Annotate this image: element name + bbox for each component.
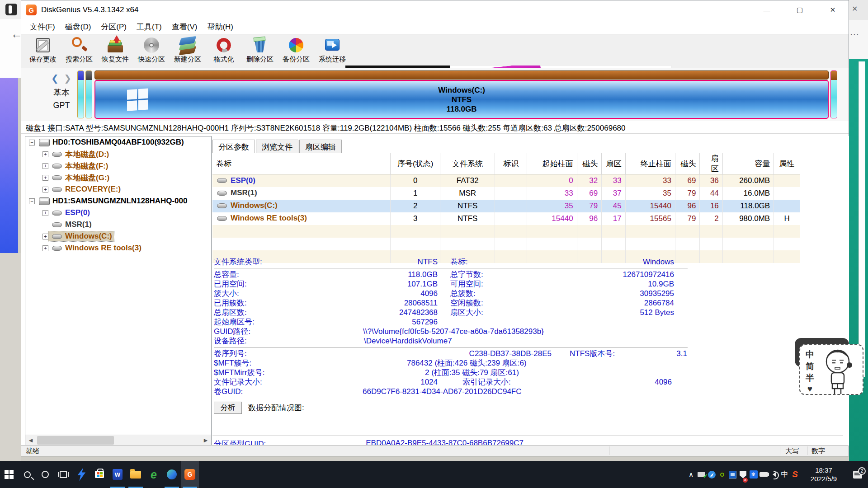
table-row-msr[interactable]: MSR(1) 1MSR 336937 357944 16.0MB [212,187,800,200]
tree-item-windows-c[interactable]: + Windows(C:) [25,230,211,242]
taskbar-app-diskgenius[interactable]: G [181,461,199,488]
windows-c-partition-bar[interactable]: Windows(C:) NTFS 118.0GB [94,80,829,119]
collapse-icon[interactable]: − [29,198,35,204]
menu-tools[interactable]: 工具(T) [132,20,167,34]
tray-volume-icon[interactable] [769,461,779,488]
format-button[interactable]: 格式化 [206,36,242,67]
new-partition-button[interactable]: 新建分区 [170,36,206,67]
scrollbar-thumb[interactable] [37,436,114,445]
cluster-size-value: 4096 [288,289,438,298]
system-tray: ∧ ✔ ✕ ❄ 中 S 18:37 2022/5/9 2 [686,461,868,488]
tree-item-hd1[interactable]: − HD1:SAMSUNGMZNLN128HAHQ-000 [25,195,211,207]
tree-horizontal-scrollbar[interactable]: ◀ ▶ [25,435,211,446]
col-flag: 标识 [495,153,527,174]
partition-icon [52,187,62,192]
action-center-button[interactable]: 2 [847,461,868,488]
tree-item-esp[interactable]: + ESP(0) [25,207,211,219]
taskbar-app-store[interactable] [90,461,108,488]
taskbar-app-edge[interactable] [163,461,181,488]
taskbar-app-explorer[interactable] [127,461,145,488]
format-icon [215,36,233,54]
tray-security-shield-icon[interactable]: ✕ [738,461,748,488]
minimize-button[interactable]: — [754,0,780,19]
tab-browse-files[interactable]: 浏览文件 [256,140,298,155]
tree-item-local-g[interactable]: + 本地磁盘(G:) [25,172,211,183]
expand-icon[interactable]: + [42,210,48,216]
taskbar-clock[interactable]: 18:37 2022/5/9 [803,466,844,483]
quick-partition-button[interactable]: 快速分区 [133,36,170,67]
delete-partition-icon [251,36,269,54]
scroll-left-icon[interactable]: ◀ [25,435,36,446]
total-clusters-value: 30935295 [545,289,674,298]
expand-icon[interactable]: + [42,234,48,239]
tree-item-windows-re[interactable]: + Windows RE tools(3) [25,242,211,254]
tab-partition-params[interactable]: 分区参数 [212,140,255,155]
analyze-button[interactable]: 分析 [214,402,242,414]
backup-partition-icon [287,36,305,54]
recovery-partition-bar[interactable] [830,70,837,118]
menu-disk[interactable]: 磁盘(D) [60,20,96,34]
more-options-icon[interactable]: ⋯ [850,29,859,40]
toolbar-label: 搜索分区 [66,55,93,64]
expand-icon[interactable]: + [42,175,48,181]
menu-partition[interactable]: 分区(P) [96,20,132,34]
backup-partition-button[interactable]: 备份分区 [278,36,314,67]
menu-view[interactable]: 查看(V) [167,20,203,34]
menu-file[interactable]: 文件(F) [25,20,60,34]
index-record-size-value: 4096 [533,377,672,387]
tray-sogou-icon[interactable]: S [790,461,800,488]
disk0-overview-bar[interactable] [94,70,829,80]
tray-snowflake-icon[interactable]: ❄ [748,461,759,488]
tray-ime-indicator[interactable]: 中 [779,461,790,488]
expand-icon[interactable]: + [42,187,48,192]
cortana-button[interactable] [36,461,54,488]
msr-partition-bar[interactable] [85,70,92,118]
prev-disk-icon[interactable]: ❮ [51,73,59,83]
expand-icon[interactable]: + [42,245,48,251]
table-row-esp[interactable]: ESP(0) 0FAT32 03233 336936 260.0MB [212,174,800,187]
tree-item-local-d[interactable]: + 本地磁盘(D:) [25,148,211,160]
scroll-right-icon[interactable]: ▶ [200,435,211,446]
tree-item-hd0[interactable]: − HD0:TOSHIBAMQ04ABF100(932GB) [25,136,211,148]
background-close-icon[interactable]: ✕ [852,5,858,13]
esp-partition-bar[interactable] [77,70,84,118]
tray-chevron-up-icon[interactable]: ∧ [686,461,696,488]
expand-icon[interactable]: + [42,151,48,157]
taskbar-app-word[interactable]: W [108,461,127,488]
tray-nvidia-icon[interactable] [717,461,727,488]
next-disk-icon[interactable]: ❯ [64,73,71,83]
table-row-windows-re[interactable]: Windows RE tools(3) 3NTFS 154409617 1556… [212,212,800,225]
tray-messenger-icon[interactable] [707,461,717,488]
tab-sector-edit[interactable]: 扇区编辑 [299,140,342,155]
close-button[interactable]: ✕ [820,0,846,19]
table-row-windows-c-selected[interactable]: Windows(C:) 2NTFS 357945 154409616 118.0… [212,200,800,212]
divider [214,347,688,347]
taskbar-app-ie[interactable]: e [145,461,163,488]
system-migration-button[interactable]: 系统迁移 [314,36,350,67]
recover-files-button[interactable]: 恢复文件 [97,36,133,67]
collapse-icon[interactable]: − [29,140,35,145]
sticker-char: 中 [806,349,814,361]
clock-time: 18:37 [803,466,844,474]
search-partition-button[interactable]: 搜索分区 [61,36,97,67]
task-view-button[interactable] [54,461,72,488]
maximize-button[interactable]: ▢ [787,0,813,19]
start-button[interactable] [0,461,18,488]
taskbar-app-flash[interactable] [72,461,90,488]
delete-partition-button[interactable]: 删除分区 [242,36,278,67]
tray-intel-graphics-icon[interactable] [727,461,738,488]
tree-item-msr[interactable]: MSR(1) [25,219,211,230]
background-window-icon [5,4,17,15]
tray-printer-icon[interactable]: ✔ [696,461,707,488]
menu-help[interactable]: 帮助(H) [202,20,238,34]
volume-label-value: Windows [545,257,674,267]
file-record-size-label: 文件记录大小: [214,377,288,387]
tree-item-local-f[interactable]: + 本地磁盘(F:) [25,160,211,172]
save-changes-button[interactable]: 保存更改 [25,36,61,67]
expand-icon[interactable]: + [42,163,48,169]
ime-sticker-widget[interactable]: 中 简 半 ♥ [797,343,864,397]
snowflake-icon: ❄ [750,470,758,479]
sector-size-value: 512 Bytes [545,308,674,317]
taskbar-search-button[interactable] [18,461,36,488]
tree-item-recovery-e[interactable]: + RECOVERY(E:) [25,183,211,195]
